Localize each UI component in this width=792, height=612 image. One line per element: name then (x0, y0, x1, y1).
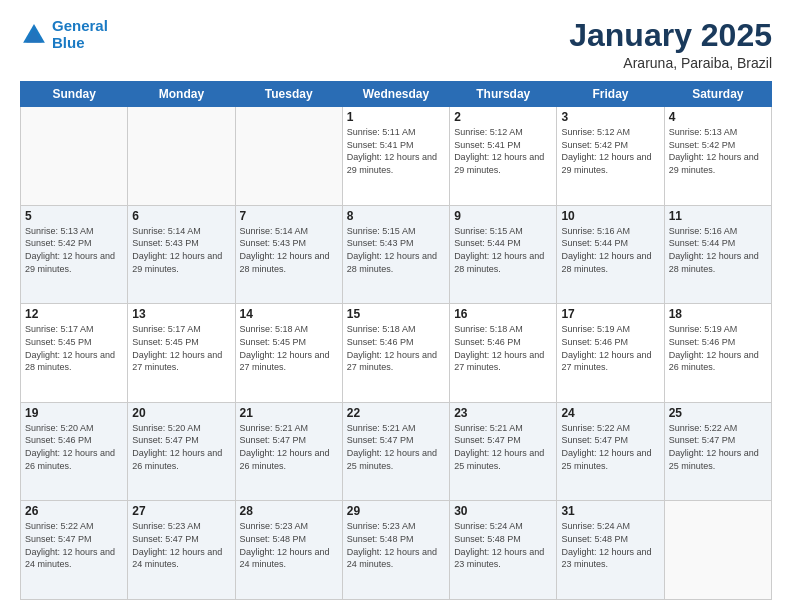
calendar-cell: 26Sunrise: 5:22 AMSunset: 5:47 PMDayligh… (21, 501, 128, 600)
day-number: 25 (669, 406, 767, 420)
calendar-cell: 28Sunrise: 5:23 AMSunset: 5:48 PMDayligh… (235, 501, 342, 600)
calendar-cell: 3Sunrise: 5:12 AMSunset: 5:42 PMDaylight… (557, 107, 664, 206)
day-number: 2 (454, 110, 552, 124)
page: General Blue January 2025 Araruna, Parai… (0, 0, 792, 612)
calendar-cell: 23Sunrise: 5:21 AMSunset: 5:47 PMDayligh… (450, 402, 557, 501)
day-info: Sunrise: 5:23 AMSunset: 5:48 PMDaylight:… (240, 520, 338, 570)
day-info: Sunrise: 5:23 AMSunset: 5:48 PMDaylight:… (347, 520, 445, 570)
calendar-cell: 6Sunrise: 5:14 AMSunset: 5:43 PMDaylight… (128, 205, 235, 304)
day-number: 10 (561, 209, 659, 223)
calendar-cell: 18Sunrise: 5:19 AMSunset: 5:46 PMDayligh… (664, 304, 771, 403)
day-number: 7 (240, 209, 338, 223)
day-number: 22 (347, 406, 445, 420)
day-info: Sunrise: 5:13 AMSunset: 5:42 PMDaylight:… (669, 126, 767, 176)
calendar-cell: 7Sunrise: 5:14 AMSunset: 5:43 PMDaylight… (235, 205, 342, 304)
day-number: 12 (25, 307, 123, 321)
day-info: Sunrise: 5:24 AMSunset: 5:48 PMDaylight:… (561, 520, 659, 570)
calendar-cell: 9Sunrise: 5:15 AMSunset: 5:44 PMDaylight… (450, 205, 557, 304)
calendar-week-2: 5Sunrise: 5:13 AMSunset: 5:42 PMDaylight… (21, 205, 772, 304)
calendar-subtitle: Araruna, Paraiba, Brazil (569, 55, 772, 71)
calendar-cell: 21Sunrise: 5:21 AMSunset: 5:47 PMDayligh… (235, 402, 342, 501)
calendar-cell: 27Sunrise: 5:23 AMSunset: 5:47 PMDayligh… (128, 501, 235, 600)
day-info: Sunrise: 5:17 AMSunset: 5:45 PMDaylight:… (25, 323, 123, 373)
day-info: Sunrise: 5:19 AMSunset: 5:46 PMDaylight:… (669, 323, 767, 373)
calendar-cell: 12Sunrise: 5:17 AMSunset: 5:45 PMDayligh… (21, 304, 128, 403)
day-info: Sunrise: 5:22 AMSunset: 5:47 PMDaylight:… (669, 422, 767, 472)
day-info: Sunrise: 5:18 AMSunset: 5:46 PMDaylight:… (347, 323, 445, 373)
calendar-cell: 1Sunrise: 5:11 AMSunset: 5:41 PMDaylight… (342, 107, 449, 206)
day-number: 15 (347, 307, 445, 321)
calendar-week-3: 12Sunrise: 5:17 AMSunset: 5:45 PMDayligh… (21, 304, 772, 403)
day-info: Sunrise: 5:21 AMSunset: 5:47 PMDaylight:… (240, 422, 338, 472)
calendar-cell: 30Sunrise: 5:24 AMSunset: 5:48 PMDayligh… (450, 501, 557, 600)
day-number: 23 (454, 406, 552, 420)
title-block: January 2025 Araruna, Paraiba, Brazil (569, 18, 772, 71)
calendar-week-4: 19Sunrise: 5:20 AMSunset: 5:46 PMDayligh… (21, 402, 772, 501)
calendar-cell: 5Sunrise: 5:13 AMSunset: 5:42 PMDaylight… (21, 205, 128, 304)
day-number: 19 (25, 406, 123, 420)
logo-line2: Blue (52, 34, 85, 51)
logo-line1: General (52, 17, 108, 34)
day-info: Sunrise: 5:16 AMSunset: 5:44 PMDaylight:… (669, 225, 767, 275)
day-info: Sunrise: 5:15 AMSunset: 5:43 PMDaylight:… (347, 225, 445, 275)
day-number: 1 (347, 110, 445, 124)
logo: General Blue (20, 18, 108, 51)
day-info: Sunrise: 5:12 AMSunset: 5:42 PMDaylight:… (561, 126, 659, 176)
day-number: 8 (347, 209, 445, 223)
day-number: 14 (240, 307, 338, 321)
calendar-cell: 14Sunrise: 5:18 AMSunset: 5:45 PMDayligh… (235, 304, 342, 403)
day-info: Sunrise: 5:21 AMSunset: 5:47 PMDaylight:… (454, 422, 552, 472)
calendar-cell: 11Sunrise: 5:16 AMSunset: 5:44 PMDayligh… (664, 205, 771, 304)
col-wednesday: Wednesday (342, 82, 449, 107)
day-info: Sunrise: 5:12 AMSunset: 5:41 PMDaylight:… (454, 126, 552, 176)
day-info: Sunrise: 5:14 AMSunset: 5:43 PMDaylight:… (240, 225, 338, 275)
calendar-cell: 29Sunrise: 5:23 AMSunset: 5:48 PMDayligh… (342, 501, 449, 600)
day-number: 3 (561, 110, 659, 124)
day-number: 27 (132, 504, 230, 518)
header-row: Sunday Monday Tuesday Wednesday Thursday… (21, 82, 772, 107)
day-info: Sunrise: 5:18 AMSunset: 5:46 PMDaylight:… (454, 323, 552, 373)
day-info: Sunrise: 5:23 AMSunset: 5:47 PMDaylight:… (132, 520, 230, 570)
day-number: 21 (240, 406, 338, 420)
col-tuesday: Tuesday (235, 82, 342, 107)
calendar-cell: 20Sunrise: 5:20 AMSunset: 5:47 PMDayligh… (128, 402, 235, 501)
calendar-title: January 2025 (569, 18, 772, 53)
calendar-cell: 31Sunrise: 5:24 AMSunset: 5:48 PMDayligh… (557, 501, 664, 600)
col-thursday: Thursday (450, 82, 557, 107)
day-info: Sunrise: 5:20 AMSunset: 5:46 PMDaylight:… (25, 422, 123, 472)
day-number: 11 (669, 209, 767, 223)
day-info: Sunrise: 5:15 AMSunset: 5:44 PMDaylight:… (454, 225, 552, 275)
day-info: Sunrise: 5:11 AMSunset: 5:41 PMDaylight:… (347, 126, 445, 176)
day-number: 5 (25, 209, 123, 223)
day-info: Sunrise: 5:16 AMSunset: 5:44 PMDaylight:… (561, 225, 659, 275)
day-number: 29 (347, 504, 445, 518)
day-info: Sunrise: 5:19 AMSunset: 5:46 PMDaylight:… (561, 323, 659, 373)
day-number: 6 (132, 209, 230, 223)
day-info: Sunrise: 5:14 AMSunset: 5:43 PMDaylight:… (132, 225, 230, 275)
calendar-cell: 19Sunrise: 5:20 AMSunset: 5:46 PMDayligh… (21, 402, 128, 501)
calendar-cell: 25Sunrise: 5:22 AMSunset: 5:47 PMDayligh… (664, 402, 771, 501)
day-number: 16 (454, 307, 552, 321)
day-number: 17 (561, 307, 659, 321)
day-info: Sunrise: 5:21 AMSunset: 5:47 PMDaylight:… (347, 422, 445, 472)
day-info: Sunrise: 5:20 AMSunset: 5:47 PMDaylight:… (132, 422, 230, 472)
day-number: 20 (132, 406, 230, 420)
day-number: 28 (240, 504, 338, 518)
day-info: Sunrise: 5:18 AMSunset: 5:45 PMDaylight:… (240, 323, 338, 373)
calendar-week-5: 26Sunrise: 5:22 AMSunset: 5:47 PMDayligh… (21, 501, 772, 600)
day-info: Sunrise: 5:13 AMSunset: 5:42 PMDaylight:… (25, 225, 123, 275)
day-number: 31 (561, 504, 659, 518)
day-info: Sunrise: 5:17 AMSunset: 5:45 PMDaylight:… (132, 323, 230, 373)
day-number: 26 (25, 504, 123, 518)
col-sunday: Sunday (21, 82, 128, 107)
calendar-cell: 4Sunrise: 5:13 AMSunset: 5:42 PMDaylight… (664, 107, 771, 206)
calendar-cell: 13Sunrise: 5:17 AMSunset: 5:45 PMDayligh… (128, 304, 235, 403)
logo-icon (20, 21, 48, 49)
calendar-cell (664, 501, 771, 600)
calendar-cell: 15Sunrise: 5:18 AMSunset: 5:46 PMDayligh… (342, 304, 449, 403)
col-saturday: Saturday (664, 82, 771, 107)
day-number: 24 (561, 406, 659, 420)
col-friday: Friday (557, 82, 664, 107)
logo-text: General Blue (52, 18, 108, 51)
day-number: 13 (132, 307, 230, 321)
